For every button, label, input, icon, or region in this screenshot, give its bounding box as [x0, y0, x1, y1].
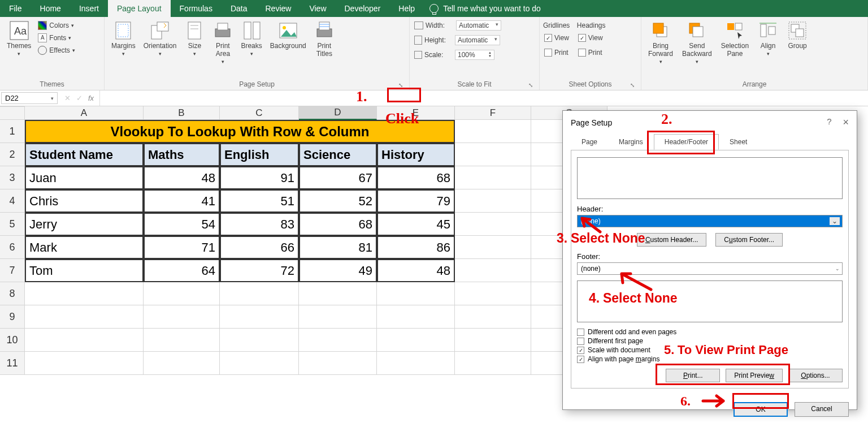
cell[interactable]	[455, 236, 531, 259]
cell[interactable]: Chris	[25, 189, 144, 213]
bring-forward-button[interactable]: Bring Forward▾	[645, 19, 676, 66]
cell[interactable]	[25, 329, 144, 352]
cell[interactable]: 45	[377, 213, 455, 236]
col-header-A[interactable]: A	[25, 106, 144, 120]
formula-input[interactable]	[99, 90, 868, 106]
cell[interactable]	[299, 282, 377, 305]
cell[interactable]: 64	[144, 259, 220, 282]
gridlines-view-checkbox[interactable]: ✓View	[543, 32, 570, 44]
headings-view-checkbox[interactable]: ✓View	[577, 32, 606, 44]
cell[interactable]: 66	[220, 236, 299, 259]
col-header-C[interactable]: C	[220, 106, 299, 120]
themes-button[interactable]: Aa Themes▾	[3, 19, 34, 58]
row-header-2[interactable]: 2	[0, 143, 25, 166]
tell-me[interactable]: Tell me what you want to do	[429, 0, 541, 17]
tab-help[interactable]: Help	[389, 0, 424, 17]
select-all-corner[interactable]	[0, 106, 25, 120]
cell[interactable]	[25, 352, 144, 375]
cell[interactable]	[455, 213, 531, 236]
cell[interactable]: English	[220, 143, 299, 166]
cell[interactable]	[220, 352, 299, 375]
row-header-11[interactable]: 11	[0, 352, 25, 375]
cell[interactable]	[299, 305, 377, 329]
cell[interactable]: 67	[299, 166, 377, 189]
send-backward-button[interactable]: Send Backward▾	[679, 19, 715, 66]
tab-data[interactable]: Data	[222, 0, 257, 17]
orientation-button[interactable]: Orientation▾	[140, 19, 180, 58]
cell[interactable]	[144, 305, 220, 329]
cell[interactable]	[455, 282, 531, 305]
cell[interactable]: 71	[144, 236, 220, 259]
cell[interactable]: 68	[299, 213, 377, 236]
cell[interactable]	[144, 352, 220, 375]
cell[interactable]: Maths	[144, 143, 220, 166]
print-area-button[interactable]: Print Area▾	[209, 19, 236, 66]
tab-formulas[interactable]: Formulas	[171, 0, 222, 17]
cell[interactable]: Mark	[25, 236, 144, 259]
scale-launcher[interactable]: ⤡	[527, 81, 535, 89]
col-header-B[interactable]: B	[144, 106, 220, 120]
cell[interactable]: 48	[377, 259, 455, 282]
cell[interactable]	[377, 329, 455, 352]
row-header-7[interactable]: 7	[0, 259, 25, 282]
cell[interactable]	[455, 259, 531, 282]
custom-header-button[interactable]: Custom Header...	[637, 233, 706, 247]
cell[interactable]: Science	[299, 143, 377, 166]
cell[interactable]	[455, 352, 531, 375]
cell[interactable]	[455, 143, 531, 166]
cell[interactable]: 41	[144, 189, 220, 213]
row-header-1[interactable]: 1	[0, 120, 25, 143]
gridlines-print-checkbox[interactable]: Print	[543, 46, 570, 59]
cell[interactable]: 83	[220, 213, 299, 236]
dialog-help-button[interactable]: ?	[827, 116, 831, 128]
tab-home[interactable]: Home	[31, 0, 70, 17]
cell[interactable]	[299, 352, 377, 375]
cell[interactable]: 81	[299, 236, 377, 259]
cell[interactable]	[25, 305, 144, 329]
enter-formula-icon[interactable]: ✓	[76, 94, 83, 102]
row-header-10[interactable]: 10	[0, 329, 25, 352]
tab-page-layout[interactable]: Page Layout	[108, 0, 171, 17]
colors-button[interactable]: Colors▾	[37, 19, 76, 32]
row-header-9[interactable]: 9	[0, 305, 25, 329]
col-header-F[interactable]: F	[455, 106, 531, 120]
cell[interactable]	[377, 305, 455, 329]
col-header-D[interactable]: D	[299, 106, 377, 120]
cell[interactable]	[299, 329, 377, 352]
sheet-options-launcher[interactable]: ⤡	[628, 81, 636, 89]
height-dropdown[interactable]: Automatic▾	[455, 35, 500, 45]
cell[interactable]: Student Name	[25, 143, 144, 166]
options-button[interactable]: Options...	[788, 369, 843, 382]
align-button[interactable]: Align▾	[754, 19, 782, 66]
breaks-button[interactable]: Breaks▾	[237, 19, 265, 58]
cell[interactable]	[144, 329, 220, 352]
tab-developer[interactable]: Developer	[336, 0, 390, 17]
custom-footer-button[interactable]: Custom Footer...	[715, 233, 783, 247]
fonts-button[interactable]: AFonts▾	[37, 32, 76, 44]
cell[interactable]	[220, 329, 299, 352]
cell[interactable]	[377, 282, 455, 305]
fx-icon[interactable]: fx	[88, 94, 94, 102]
cell[interactable]	[455, 305, 531, 329]
header-dropdown[interactable]: (none)⌄	[577, 215, 843, 227]
cancel-formula-icon[interactable]: ✕	[64, 94, 71, 102]
row-header-5[interactable]: 5	[0, 213, 25, 236]
name-box[interactable]: D22▾	[1, 92, 58, 104]
cell[interactable]	[455, 189, 531, 213]
selection-pane-button[interactable]: Selection Pane	[718, 19, 752, 66]
cell[interactable]: 68	[377, 166, 455, 189]
dialog-tab-sheet[interactable]: Sheet	[719, 134, 758, 150]
dialog-close-button[interactable]: ×	[843, 116, 849, 128]
cell[interactable]: 48	[144, 166, 220, 189]
cell[interactable]: 51	[220, 189, 299, 213]
cell[interactable]: 79	[377, 189, 455, 213]
cell[interactable]: Juan	[25, 166, 144, 189]
cell[interactable]: 72	[220, 259, 299, 282]
cell[interactable]	[220, 282, 299, 305]
tab-insert[interactable]: Insert	[70, 0, 108, 17]
cell[interactable]	[455, 166, 531, 189]
cell[interactable]: 91	[220, 166, 299, 189]
row-header-8[interactable]: 8	[0, 282, 25, 305]
cell[interactable]: Jerry	[25, 213, 144, 236]
diff-odd-even-checkbox[interactable]: Different odd and even pages	[577, 328, 843, 336]
